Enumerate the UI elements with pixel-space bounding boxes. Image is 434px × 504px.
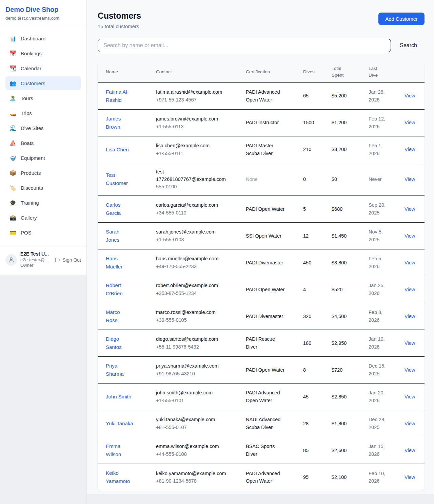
customer-name-link[interactable]: Keiko Yamamoto: [106, 470, 130, 484]
view-customer-link[interactable]: View: [405, 448, 415, 453]
nav-item-icon: 🚤: [9, 110, 16, 116]
view-customer-link[interactable]: View: [405, 367, 415, 373]
nav-item-icon: 🤿: [9, 155, 16, 161]
view-customer-link[interactable]: View: [405, 421, 415, 426]
sidebar-item-discounts[interactable]: 🏷️ Discounts: [5, 181, 81, 194]
customer-name-link[interactable]: Hans Mueller: [106, 256, 122, 269]
sidebar-item-tours[interactable]: 🏝️ Tours: [5, 91, 81, 105]
view-customer-link[interactable]: View: [405, 176, 415, 182]
table-row: Hans Mueller hans.mueller@example.com +4…: [98, 249, 425, 276]
sidebar-item-dive-sites[interactable]: 🌊 Dive Sites: [5, 121, 81, 135]
customer-total-spent: $720: [323, 366, 360, 374]
view-customer-link[interactable]: View: [405, 120, 415, 125]
nav-item-label: Discounts: [21, 185, 43, 191]
user-meta: E2E Test U... e2e-tester@... Owner: [20, 251, 52, 268]
sidebar-item-bookings[interactable]: 📅 Bookings: [5, 46, 81, 60]
customer-last-dive: Jan 28, 2026: [360, 88, 396, 104]
customer-count: 15 total customers: [98, 23, 141, 29]
customer-last-dive: Feb 1, 2026: [360, 142, 396, 157]
column-header: [396, 65, 425, 79]
customer-email: john.smith@example.com: [156, 389, 227, 396]
customer-phone: +44-555-0108: [156, 450, 227, 458]
table-row: Emma Wilson emma.wilson@example.com +44-…: [98, 437, 425, 464]
sidebar-item-equipment[interactable]: 🤿 Equipment: [5, 151, 81, 165]
customer-email: james.brown@example.com: [156, 115, 227, 123]
view-customer-link[interactable]: View: [405, 93, 415, 98]
nav-item-icon: ⛵: [9, 140, 16, 146]
sign-out-button[interactable]: Sign Out: [55, 257, 81, 263]
customer-dives: 85: [295, 447, 323, 454]
nav-item-icon: 🏝️: [9, 95, 16, 101]
customer-phone: +55-11-99876-5432: [156, 343, 227, 351]
customer-name-link[interactable]: Robert O'Brien: [106, 282, 123, 296]
customer-certification: NAUI Advanced Scuba Diver: [238, 416, 295, 431]
customer-name-link[interactable]: Sarah Jones: [106, 229, 119, 243]
customer-total-spent: $5,200: [323, 92, 360, 99]
search-input[interactable]: [98, 39, 391, 52]
customer-email: sarah.jones@example.com: [156, 228, 227, 236]
nav-item-icon: 📅: [9, 50, 16, 57]
sidebar-item-training[interactable]: 🎓 Training: [5, 196, 81, 209]
customer-email: yuki.tanaka@example.com: [156, 416, 227, 423]
customer-total-spent: $2,100: [323, 473, 360, 481]
sidebar-item-customers[interactable]: 👥 Customers: [5, 76, 81, 90]
customer-certification: PADI Divemaster: [238, 259, 295, 266]
sidebar-item-boats[interactable]: ⛵ Boats: [5, 136, 81, 150]
customer-name-link[interactable]: Emma Wilson: [106, 443, 121, 457]
customer-name-link[interactable]: Yuki Tanaka: [106, 421, 133, 426]
customer-certification: PADI Open Water: [238, 205, 295, 213]
customer-name-link[interactable]: Fatima Al-Rashid: [106, 89, 129, 103]
customer-certification: PADI Instructor: [238, 119, 295, 126]
nav-item-icon: 💳: [9, 229, 16, 236]
customer-email: emma.wilson@example.com: [156, 443, 227, 450]
customer-phone: +1-555-0101: [156, 397, 227, 404]
view-customer-link[interactable]: View: [405, 206, 415, 212]
customer-email: robert.obrien@example.com: [156, 282, 227, 289]
sidebar-item-dashboard[interactable]: 📊 Dashboard: [5, 32, 81, 45]
main-surface: Customers 15 total customers Add Custome…: [87, 0, 434, 494]
customer-dives: 8: [295, 366, 323, 374]
table-row: Fatima Al-Rashid fatima.alrashid@example…: [98, 83, 425, 110]
view-customer-link[interactable]: View: [405, 394, 415, 399]
view-customer-link[interactable]: View: [405, 147, 415, 152]
customer-name-link[interactable]: Marco Rossi: [106, 309, 120, 323]
table-row: Keiko Yamamoto keiko.yamamoto@example.co…: [98, 464, 425, 491]
customer-dives: 28: [295, 420, 323, 427]
sidebar-item-pos[interactable]: 💳 POS: [5, 226, 81, 239]
customer-name-link[interactable]: Carlos Garcia: [106, 202, 121, 216]
customer-total-spent: $2,600: [323, 447, 360, 454]
table-row: Sarah Jones sarah.jones@example.com +1-5…: [98, 223, 425, 249]
view-customer-link[interactable]: View: [405, 314, 415, 319]
customer-certification: PADI Advanced Open Water: [238, 88, 295, 104]
table-row: Robert O'Brien robert.obrien@example.com…: [98, 276, 425, 303]
nav-item-label: Equipment: [21, 155, 45, 161]
customer-name-link[interactable]: James Brown: [106, 116, 121, 130]
customer-name-link[interactable]: Diego Santos: [106, 336, 122, 350]
sidebar-item-products[interactable]: 📦 Products: [5, 166, 81, 180]
sidebar-item-gallery[interactable]: 📸 Gallery: [5, 211, 81, 224]
column-header: Contact: [148, 65, 238, 79]
view-customer-link[interactable]: View: [405, 233, 415, 239]
customer-contact: marco.rossi@example.com +39-555-0105: [148, 309, 238, 324]
view-customer-link[interactable]: View: [405, 287, 415, 292]
customer-name-link[interactable]: John Smith: [106, 394, 131, 399]
customer-name-link[interactable]: Priya Sharma: [106, 363, 124, 377]
customer-certification: PADI Advanced Open Water: [238, 470, 295, 485]
customer-name-link[interactable]: Lisa Chen: [106, 147, 129, 152]
view-customer-link[interactable]: View: [405, 340, 415, 346]
add-customer-button[interactable]: Add Customer: [378, 13, 425, 25]
view-customer-link[interactable]: View: [405, 260, 415, 265]
sidebar-item-calendar[interactable]: 📆 Calendar: [5, 61, 81, 75]
customer-name-link[interactable]: Test Customer: [106, 172, 128, 186]
customer-dives: 450: [295, 259, 323, 266]
nav-item-label: Calendar: [21, 66, 41, 71]
search-button[interactable]: Search: [391, 42, 425, 49]
view-customer-link[interactable]: View: [405, 474, 415, 480]
sidebar-item-trips[interactable]: 🚤 Trips: [5, 106, 81, 120]
nav-item-label: Trips: [21, 110, 32, 116]
customer-last-dive: Feb 12, 2026: [360, 115, 396, 130]
table-row: Test Customer test-1772681807767@example…: [98, 163, 425, 196]
table-row: John Smith john.smith@example.com +1-555…: [98, 384, 425, 410]
customer-dives: 95: [295, 473, 323, 481]
nav-item-label: Tours: [21, 95, 33, 101]
